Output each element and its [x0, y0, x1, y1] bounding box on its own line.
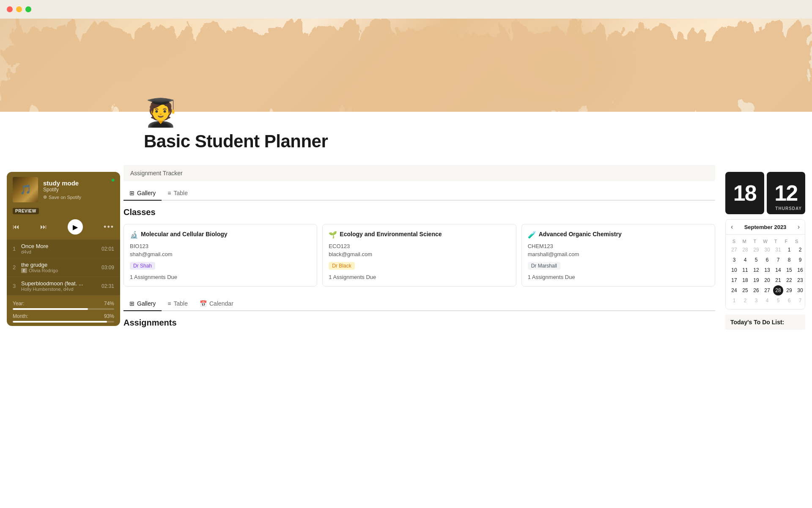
cal-day[interactable]: 30 [795, 285, 805, 295]
cal-day[interactable]: 12 [751, 265, 761, 275]
track-item-2[interactable]: 2 the grudge E Olivia Rodrigo 03:09 [7, 258, 120, 277]
cal-week-5: 1 2 3 4 5 6 7 [729, 295, 801, 306]
album-art [13, 177, 38, 202]
cal-day-today[interactable]: 28 [773, 285, 783, 295]
cal-day[interactable]: 24 [729, 285, 739, 295]
eco-emoji-icon: 🌱 [329, 231, 337, 239]
track-details-3: Superbloodmoon (feat. ... Holly Humberst… [21, 280, 102, 292]
cal-day[interactable]: 27 [729, 245, 739, 255]
page-title: Basic Student Planner [144, 131, 668, 152]
cal-day[interactable]: 1 [729, 295, 739, 306]
cal-day[interactable]: 29 [784, 285, 794, 295]
month-progress-bar [13, 321, 114, 323]
cal-day[interactable]: 26 [751, 285, 761, 295]
clock-minute: 12 THURSDAY [767, 172, 806, 214]
cal-day[interactable]: 29 [751, 245, 761, 255]
cal-day[interactable]: 11 [740, 265, 750, 275]
tab-table-assignments[interactable]: ≡ Table [162, 297, 194, 311]
page-icon: 🧑‍🎓 [144, 99, 178, 126]
tab-table-classes[interactable]: ≡ Table [162, 186, 194, 201]
play-button[interactable]: ▶ [68, 219, 83, 235]
cal-day[interactable]: 13 [762, 265, 772, 275]
assignments-tab-bar: ⊞ Gallery ≡ Table 📅 Calendar [123, 297, 715, 311]
spotify-logo-icon: ● [111, 176, 115, 184]
track-name-1: Once More [21, 243, 102, 249]
month-progress-fill [13, 321, 107, 323]
eco-card-code: ECO123 [329, 243, 510, 249]
chem-professor-badge[interactable]: Dr Marshall [528, 262, 560, 270]
assignments-section-title: Assignments [123, 318, 715, 328]
assignment-tracker-title: Assignment Tracker [130, 170, 183, 177]
cal-day[interactable]: 7 [795, 295, 805, 306]
assignment-tracker-header: Assignment Tracker [123, 165, 715, 181]
cal-day[interactable]: 28 [740, 245, 750, 255]
cal-day[interactable]: 2 [740, 295, 750, 306]
cal-day[interactable]: 22 [784, 275, 794, 285]
cal-day[interactable]: 14 [773, 265, 783, 275]
progress-area: Year: 74% Month: 93% [7, 295, 120, 326]
bio-professor-badge[interactable]: Dr Shah [130, 262, 155, 270]
chem-card-code: CHEM123 [528, 243, 709, 249]
cal-day[interactable]: 9 [795, 255, 805, 265]
spotify-top: study mode Spotify ⊕ Save on Spotify ● [7, 172, 120, 207]
chem-emoji-icon: 🧪 [528, 231, 536, 239]
eco-card-title: Ecology and Environmental Science [340, 230, 442, 238]
rewind-button[interactable]: ⏭ [40, 223, 47, 231]
cal-day[interactable]: 7 [773, 255, 783, 265]
prev-button[interactable]: ⏮ [13, 223, 19, 231]
cal-day[interactable]: 31 [773, 245, 783, 255]
year-progress-bar [13, 308, 114, 310]
cal-day[interactable]: 20 [762, 275, 772, 285]
cal-day[interactable]: 27 [762, 285, 772, 295]
cal-day[interactable]: 2 [795, 245, 805, 255]
cal-day[interactable]: 3 [751, 295, 761, 306]
cal-day[interactable]: 5 [773, 295, 783, 306]
month-progress-label: Month: 93% [13, 313, 114, 319]
cal-week-4: 24 25 26 27 28 29 30 [729, 285, 801, 295]
close-button[interactable] [7, 6, 13, 12]
save-spotify-button[interactable]: ⊕ Save on Spotify [43, 194, 114, 200]
track-dur-1: 02:01 [102, 246, 114, 252]
cal-day[interactable]: 15 [784, 265, 794, 275]
page-banner [0, 19, 812, 112]
cal-prev-button[interactable]: ‹ [731, 223, 733, 231]
cal-day[interactable]: 30 [762, 245, 772, 255]
spotify-controls: ⏮ ⏭ ▶ ••• [7, 218, 120, 240]
tab-gallery-classes[interactable]: ⊞ Gallery [123, 186, 162, 201]
track-info: study mode Spotify ⊕ Save on Spotify [43, 179, 114, 200]
tab-gallery-assignments[interactable]: ⊞ Gallery [123, 297, 162, 311]
gallery-icon: ⊞ [129, 190, 134, 196]
cal-day[interactable]: 4 [762, 295, 772, 306]
cal-day[interactable]: 6 [784, 295, 794, 306]
maximize-button[interactable] [25, 6, 31, 12]
eco-professor-badge[interactable]: Dr Black [329, 262, 354, 270]
page-icon-area: 🧑‍🎓 [0, 99, 812, 126]
minimize-button[interactable] [16, 6, 22, 12]
cal-day[interactable]: 21 [773, 275, 783, 285]
more-button[interactable]: ••• [104, 223, 114, 232]
tab-calendar-assignments[interactable]: 📅 Calendar [194, 297, 239, 311]
cal-day[interactable]: 19 [751, 275, 761, 285]
cal-day[interactable]: 23 [795, 275, 805, 285]
cal-day[interactable]: 3 [729, 255, 739, 265]
track-sub-1: d4vd [21, 249, 102, 254]
class-card-bio: 🔬 Molecular and Cellular Biology BIO123 … [123, 224, 317, 287]
cal-next-button[interactable]: › [798, 223, 800, 231]
track-item-3[interactable]: 3 Superbloodmoon (feat. ... Holly Humber… [7, 277, 120, 295]
track-details-2: the grudge E Olivia Rodrigo [21, 262, 102, 273]
cal-day[interactable]: 4 [740, 255, 750, 265]
cal-day[interactable]: 17 [729, 275, 739, 285]
cal-day[interactable]: 16 [795, 265, 805, 275]
cal-day[interactable]: 6 [762, 255, 772, 265]
cal-day[interactable]: 10 [729, 265, 739, 275]
bio-card-code: BIO123 [130, 243, 311, 249]
cal-day[interactable]: 18 [740, 275, 750, 285]
class-card-eco: 🌱 Ecology and Environmental Science ECO1… [322, 224, 516, 287]
track-item-1[interactable]: 1 Once More d4vd 02:01 [7, 240, 120, 258]
spotify-widget: study mode Spotify ⊕ Save on Spotify ● P… [7, 172, 120, 326]
track-platform: Spotify [43, 187, 114, 193]
cal-day[interactable]: 8 [784, 255, 794, 265]
cal-day[interactable]: 25 [740, 285, 750, 295]
cal-day[interactable]: 5 [751, 255, 761, 265]
cal-day[interactable]: 1 [784, 245, 794, 255]
